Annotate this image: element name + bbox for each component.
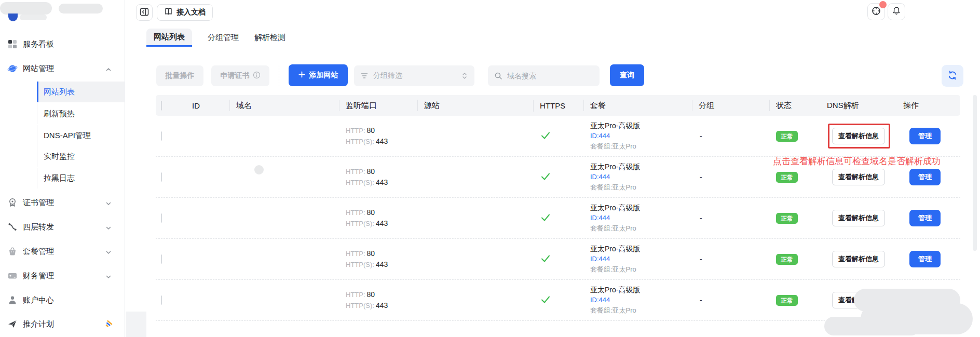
table-row: HTTP:80 HTTP(S):443 亚太Pro-高级版 ID:444 套餐组… — [156, 239, 960, 280]
port-protocol-label: HTTP(S): — [346, 261, 374, 268]
manage-button[interactable]: 管理 — [909, 210, 941, 226]
finance-icon — [7, 271, 18, 281]
https-cell — [533, 295, 583, 305]
port-value: 443 — [376, 301, 388, 309]
table-body: HTTP:80 HTTP(S):443 亚太Pro-高级版 ID:444 套餐组… — [156, 116, 960, 321]
port-value: 80 — [367, 249, 375, 258]
plan-group: 套餐组:亚太Pro — [590, 305, 692, 316]
sidebar-item-dns-api[interactable]: DNS-API管理 — [0, 125, 125, 146]
sidebar-item-finance-mgmt[interactable]: 财务管理 — [0, 265, 125, 286]
port-value: 80 — [367, 208, 375, 217]
sidebar-subitem-label: 网站列表 — [44, 87, 75, 97]
collapse-sidebar-icon — [140, 7, 149, 18]
port-protocol-label: HTTP(S): — [346, 220, 374, 227]
logo-redacted-blob — [20, 15, 47, 20]
select-all-checkbox[interactable] — [161, 101, 162, 111]
sidebar: 服务看板 网站管理 网站列表 刷新预热 DNS-API管理 实时监控 拉黑日志 … — [0, 0, 125, 337]
sidebar-item-label: 证书管理 — [23, 198, 54, 208]
manage-button[interactable]: 管理 — [909, 251, 941, 267]
sidebar-item-refresh-preheat[interactable]: 刷新预热 — [0, 103, 125, 124]
dashboard-icon — [7, 39, 18, 49]
plan-group: 套餐组:亚太Pro — [590, 141, 692, 152]
domain-search-input[interactable] — [507, 72, 590, 80]
https-cell — [533, 254, 583, 264]
manage-button[interactable]: 管理 — [909, 128, 941, 144]
sidebar-item-blacklist-log[interactable]: 拉黑日志 — [0, 168, 125, 188]
chevron-down-icon — [105, 273, 112, 282]
logo-redacted-blob — [0, 2, 52, 15]
sidebar-item-promo-plan[interactable]: 推介计划 — [0, 314, 125, 334]
group-cell: - — [692, 214, 769, 222]
forward-icon — [7, 222, 18, 232]
scrollbar-track[interactable] — [973, 95, 977, 251]
sidebar-item-website-mgmt[interactable]: 网站管理 — [0, 58, 125, 79]
content-tabs: 网站列表 分组管理 解析检测 — [146, 29, 285, 47]
ports-cell: HTTP:80 HTTP(S):443 — [339, 125, 417, 147]
tab-website-list[interactable]: 网站列表 — [146, 29, 192, 47]
tab-dns-check[interactable]: 解析检测 — [254, 29, 285, 47]
group-cell: - — [692, 173, 769, 181]
view-dns-info-button[interactable]: 查看解析信息 — [832, 210, 885, 226]
annotation-text: 点击查看解析信息可检查域名是否解析成功 — [773, 155, 941, 167]
sidebar-item-dashboard[interactable]: 服务看板 — [0, 34, 125, 55]
batch-actions-button[interactable]: 批量操作 — [156, 65, 203, 86]
add-website-button[interactable]: 添加网站 — [289, 64, 348, 86]
sidebar-item-layer4-forward[interactable]: 四层转发 — [0, 217, 125, 237]
https-cell — [533, 213, 583, 223]
plan-id-link[interactable]: ID:444 — [590, 295, 692, 305]
collapse-sidebar-button[interactable] — [136, 4, 153, 21]
apply-cert-label: 申请证书 — [221, 71, 250, 80]
table-row: HTTP:80 HTTP(S):443 亚太Pro-高级版 ID:444 套餐组… — [156, 116, 960, 157]
row-checkbox[interactable] — [161, 213, 162, 223]
batch-actions-label: 批量操作 — [166, 71, 195, 80]
sidebar-item-website-list[interactable]: 网站列表 — [0, 82, 125, 102]
sidebar-item-package-mgmt[interactable]: 套餐管理 — [0, 241, 125, 262]
search-icon — [494, 72, 502, 80]
column-header-plan: 套餐 — [583, 101, 692, 111]
plan-cell: 亚太Pro-高级版 ID:444 套餐组:亚太Pro — [583, 244, 692, 275]
https-check-icon — [540, 131, 551, 141]
manage-button[interactable]: 管理 — [909, 169, 941, 185]
docs-book-icon — [164, 7, 173, 18]
tab-group-mgmt[interactable]: 分组管理 — [208, 29, 239, 47]
sidebar-item-label: 四层转发 — [23, 222, 54, 232]
docs-button[interactable]: 接入文档 — [157, 4, 213, 21]
dns-cell: 查看解析信息 — [816, 169, 893, 185]
dns-cell: 查看解析信息 — [816, 210, 893, 226]
group-cell: - — [692, 255, 769, 263]
plan-id-link[interactable]: ID:444 — [590, 254, 692, 264]
column-header-dns: DNS解析 — [816, 101, 893, 111]
tab-label: 分组管理 — [208, 33, 239, 43]
plan-id-link[interactable]: ID:444 — [590, 172, 692, 182]
notifications-button[interactable] — [888, 3, 905, 20]
app-root: 服务看板 网站管理 网站列表 刷新预热 DNS-API管理 实时监控 拉黑日志 … — [0, 0, 980, 337]
view-dns-info-button[interactable]: 查看解析信息 — [832, 251, 885, 267]
group-filter-select[interactable]: 分组筛选 — [354, 65, 474, 86]
row-checkbox[interactable] — [161, 131, 162, 141]
chevron-down-icon — [105, 224, 112, 233]
sidebar-item-account-center[interactable]: 账户中心 — [0, 290, 125, 311]
sidebar-item-realtime-monitor[interactable]: 实时监控 — [0, 146, 125, 167]
ports-cell: HTTP:80 HTTP(S):443 — [339, 289, 417, 311]
ports-cell: HTTP:80 HTTP(S):443 — [339, 248, 417, 270]
row-checkbox[interactable] — [161, 295, 162, 305]
plan-id-link[interactable]: ID:444 — [590, 213, 692, 223]
plan-id-link[interactable]: ID:444 — [590, 131, 692, 141]
plan-group: 套餐组:亚太Pro — [590, 182, 692, 193]
column-header-domain: 域名 — [229, 101, 339, 111]
port-value: 80 — [367, 290, 375, 299]
query-button[interactable]: 查询 — [610, 64, 644, 86]
sidebar-item-cert-mgmt[interactable]: 证书管理 — [0, 192, 125, 213]
promo-colored-icon — [104, 319, 113, 331]
view-dns-info-button[interactable]: 查看解析信息 — [832, 128, 885, 144]
https-cell — [533, 131, 583, 141]
apply-cert-button[interactable]: 申请证书 — [211, 65, 269, 86]
port-value: 80 — [367, 167, 375, 176]
sidebar-item-label: 账户中心 — [23, 295, 54, 305]
row-checkbox[interactable] — [161, 254, 162, 264]
row-checkbox[interactable] — [161, 172, 162, 182]
https-check-icon — [540, 295, 551, 305]
column-header-group: 分组 — [692, 101, 769, 111]
view-dns-info-button[interactable]: 查看解析信息 — [832, 169, 885, 185]
refresh-button[interactable] — [942, 65, 963, 87]
